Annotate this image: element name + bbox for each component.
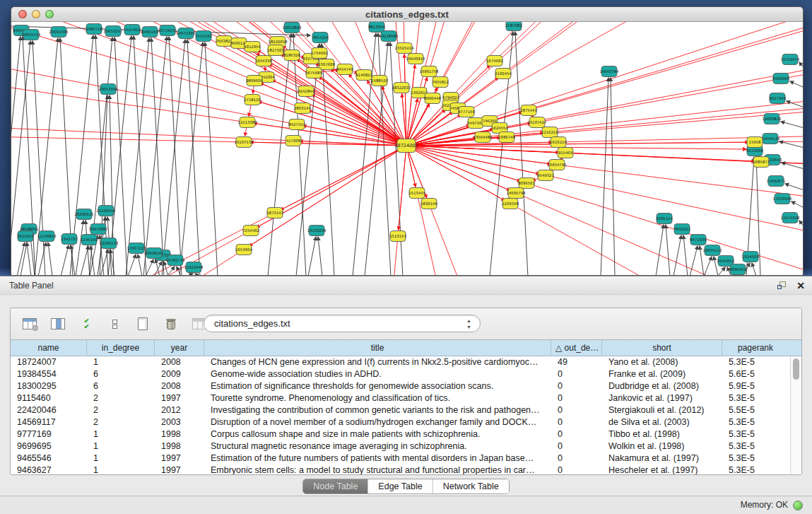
table-row[interactable]: 2242004622012Investigating the contribut… [11, 404, 790, 416]
table-cell: 0 [551, 465, 602, 474]
delete-column-button[interactable] [162, 315, 180, 333]
graph-node-label: 9227349 [769, 96, 786, 100]
graph-node-label: 13325419 [395, 46, 414, 50]
table-cell: 5.3E-5 [722, 440, 789, 452]
table-row[interactable]: 946362711997Embryonic stem cells: a mode… [11, 465, 790, 474]
table-tabs: Node TableEdge TableNetwork Table [302, 479, 509, 494]
graph-node-label: 1616216 [550, 140, 567, 144]
table-cell: de Silva et al. (2003) [602, 416, 722, 428]
table-cell: Yano et al. (2008) [602, 356, 722, 368]
table-panel: Table Panel ✕ ✔✔ [0, 276, 812, 514]
float-panel-icon[interactable] [777, 281, 787, 290]
table-cell: 0 [551, 380, 602, 392]
column-header-title[interactable]: title [204, 340, 551, 356]
table-cell: Nakamura et al. (1997) [602, 452, 722, 465]
column-header-name[interactable]: name [11, 340, 87, 356]
table-row[interactable]: 969969511998Structural magnetic resonanc… [11, 440, 790, 452]
tab-node-table[interactable]: Node Table [303, 479, 368, 493]
column-header-in_degree[interactable]: in_degree [87, 340, 155, 356]
table-cell: 1 [87, 465, 155, 474]
close-panel-icon[interactable]: ✕ [796, 281, 805, 291]
table-row[interactable]: 911546021997Tourette syndrome. Phenomeno… [11, 392, 790, 404]
column-header-pagerank[interactable]: pagerank [722, 340, 789, 356]
graph-node-label: 10654112 [703, 248, 722, 252]
graph-node-label: 10653257 [104, 29, 123, 33]
table-cell: Genome-wide association studies in ADHD. [204, 368, 551, 380]
graph-node-label: 2803144 [294, 106, 311, 110]
graph-node-label: 1624554 [491, 126, 508, 130]
graph-node-label: 29053346 [99, 87, 119, 91]
memory-status-icon [793, 501, 803, 510]
graph-node-label: 2160454 [495, 71, 512, 76]
table-cell: 9777169 [11, 428, 87, 440]
column-header-short[interactable]: short [602, 340, 722, 356]
table-cell: 1 [87, 452, 155, 465]
citation-graph[interactable]: 9405572240557242069140624837181065325715… [11, 22, 803, 276]
table-cell: 2 [87, 416, 155, 428]
graph-node-label: 17016504 [773, 197, 793, 201]
graph-node-label: 16053809 [283, 25, 302, 30]
table-row[interactable]: 1830029562008Estimation of significance … [11, 380, 790, 392]
table-cell: 5.5E-5 [722, 404, 789, 416]
table-panel-titlebar[interactable]: Table Panel ✕ [0, 276, 812, 295]
table-row[interactable]: 946554611997Estimation of the future num… [11, 452, 790, 465]
graph-node-label: 8096562 [729, 267, 746, 271]
graph-node-label: 17957223 [127, 246, 146, 250]
table-cell: 2003 [155, 416, 204, 428]
column-header-out_de[interactable]: △ out_de… [551, 340, 602, 356]
graph-node-label: 15751074 [781, 57, 801, 62]
network-window-titlebar[interactable]: citations_edges.txt [11, 7, 803, 22]
table-row[interactable]: 977716911998Corpus callosum shape and si… [11, 428, 790, 440]
graph-node-label: 8096561 [518, 181, 535, 185]
table-cell: 5.9E-5 [722, 380, 789, 392]
table-cell: 6 [87, 368, 155, 380]
graph-node-label: 23564486 [473, 135, 493, 139]
network-canvas[interactable]: 9405572240557242069140624837181065325715… [11, 22, 803, 276]
graph-node-label: 2718126 [244, 98, 261, 102]
select-attributes-button[interactable]: ✔✔ [77, 315, 95, 333]
tab-edge-table[interactable]: Edge Table [368, 479, 433, 493]
graph-node-label: 15692071 [767, 179, 786, 183]
graph-node-label: 8466160 [141, 30, 158, 34]
table-row[interactable]: 1456911722003Disruption of a novel membe… [11, 416, 790, 428]
graph-node-label: 15958 [749, 140, 761, 144]
table-row[interactable]: 1938455462009Genome-wide association stu… [11, 368, 790, 380]
graph-node-label: 16643784 [600, 69, 620, 74]
graph-node-label: 1653664 [235, 247, 252, 252]
create-column-button[interactable] [134, 315, 152, 333]
status-bar: Memory: OK [0, 496, 812, 514]
table-scrollbar[interactable] [790, 356, 801, 474]
graph-node-label: 12093832 [763, 117, 782, 121]
memory-status-label: Memory: OK [741, 496, 788, 514]
table-cell: 1997 [155, 465, 204, 474]
table-cell: 5.3E-5 [722, 392, 789, 404]
column-header-year[interactable]: year [155, 340, 204, 356]
table-tabs-row: Node TableEdge TableNetwork Table [0, 476, 812, 496]
table-cell: 5.3E-5 [722, 416, 789, 428]
graph-node-label: 1269558 [502, 201, 519, 206]
graph-node-label: 915469 [558, 151, 572, 155]
graph-node-label: 1754692 [311, 51, 328, 55]
table-scrollbar-thumb[interactable] [793, 358, 799, 380]
graph-node-label: 14671365 [177, 31, 196, 35]
graph-node-label: 9549321 [537, 173, 554, 177]
table-mode-button[interactable] [20, 315, 39, 333]
table-cell: 0 [551, 392, 602, 404]
graph-node-label: 1654338 [255, 59, 272, 63]
graph-node-label: 1080748 [498, 135, 515, 139]
show-columns-icon [51, 318, 65, 329]
graph-node-label: 1830146 [420, 201, 437, 206]
graph-node-label: 1875443 [520, 108, 537, 112]
table-cell: 6 [87, 380, 155, 392]
row-height-button[interactable] [105, 315, 124, 333]
graph-node-label: 16107427 [528, 120, 547, 124]
graph-node-label: 3915910 [17, 234, 34, 238]
show-columns-button[interactable] [49, 315, 67, 333]
table-selector-dropdown[interactable]: citations_edges.txt ▲▼ [204, 315, 481, 332]
tab-network-table[interactable]: Network Table [433, 479, 509, 493]
table-row[interactable]: 1872400712008Changes of HCN gene express… [11, 356, 790, 368]
graph-node-label: 16961758 [420, 69, 440, 74]
graph-node-label: 18322037 [392, 86, 411, 90]
table-cell: 18300295 [11, 380, 87, 392]
table-cell: 2 [87, 392, 155, 404]
